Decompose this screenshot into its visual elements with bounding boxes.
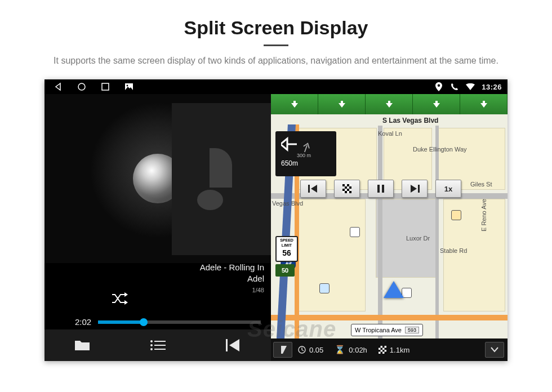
tbt-main-arrow-icon (281, 136, 297, 153)
svg-rect-16 (349, 186, 351, 189)
stop-icon (279, 346, 287, 354)
recent-apps-button[interactable] (97, 79, 113, 94)
folder-icon (74, 339, 90, 351)
device-frame: 13:26 Adele - Rolling In Adel 1/48 2:02 (44, 79, 508, 361)
svg-rect-7 (154, 345, 166, 346)
las-vegas-blvd-label: S Las Vegas Blvd (382, 117, 438, 124)
luxor-label: Luxor Dr (406, 235, 430, 242)
eta-time: 0.05 (309, 346, 323, 354)
current-street-name: W Tropicana Ave (355, 327, 402, 333)
lane-3 (366, 94, 413, 114)
location-icon (435, 82, 442, 91)
lane-5 (460, 94, 508, 114)
progress-row: 2:02 (75, 317, 261, 327)
nav-stop-button[interactable] (273, 342, 292, 358)
speed-limit-label1: SPEED (277, 238, 297, 242)
title-underline (264, 44, 288, 46)
svg-rect-28 (382, 346, 385, 348)
current-street-badge: 593 (405, 327, 419, 333)
home-button[interactable] (74, 79, 90, 94)
svg-rect-21 (377, 185, 380, 193)
vegas-blvd-label: Vegas Blvd (272, 200, 303, 207)
status-clock: 13:26 (482, 83, 502, 91)
speed-limit-sign: SPEED LIMIT 56 (275, 236, 298, 262)
svg-rect-1 (102, 83, 109, 90)
reno-label: E Reno Ave (480, 199, 487, 231)
player-bottom-bar (44, 329, 271, 361)
music-side-panel (172, 103, 271, 255)
remaining-distance: 1.1km (390, 346, 409, 354)
wifi-icon (466, 83, 475, 90)
back-button[interactable] (50, 79, 66, 94)
wifi-status-icon (465, 79, 476, 94)
lane-4 (413, 94, 460, 114)
location-status-icon (433, 79, 444, 94)
phone-icon (451, 83, 458, 91)
sim-stop-button[interactable] (334, 180, 360, 198)
gallery-notification[interactable] (121, 79, 137, 94)
poi-food-icon (451, 210, 461, 220)
music-app-pane: Adele - Rolling In Adel 1/48 2:02 (44, 94, 271, 361)
navigation-status-bar: 0.05 ⌛ 0:02h 1.1km (271, 338, 508, 361)
svg-rect-13 (342, 184, 345, 186)
svg-point-3 (127, 85, 128, 87)
phone-status-icon (449, 79, 460, 94)
elapsed-time: 2:02 (75, 317, 91, 327)
svg-point-8 (150, 348, 153, 350)
svg-rect-29 (380, 348, 382, 350)
map-canvas[interactable]: S Las Vegas Blvd Koval Ln Duke Ellington… (271, 114, 508, 338)
speed-limit-label2: LIMIT (277, 243, 297, 247)
playlist-icon (150, 340, 166, 351)
eta-duration: 0:02h (349, 346, 367, 354)
progress-bar[interactable] (98, 320, 261, 324)
track-index: 1/48 (200, 286, 264, 294)
svg-rect-19 (345, 191, 347, 193)
sim-next-button[interactable] (402, 180, 428, 198)
svg-rect-30 (384, 348, 386, 350)
music-note-icon (197, 148, 246, 210)
sim-speed-button[interactable]: 1x (435, 180, 461, 198)
navigation-app-pane: S Las Vegas Blvd Koval Ln Duke Ellington… (271, 94, 508, 361)
svg-rect-20 (349, 191, 351, 193)
lane-guidance-bar (271, 94, 508, 114)
pause-icon (377, 185, 385, 193)
poi-flag-icon (350, 227, 360, 237)
stable-label: Stable Rd (440, 247, 467, 254)
shuffle-button[interactable] (111, 292, 128, 305)
svg-point-4 (150, 340, 153, 342)
svg-rect-34 (384, 352, 386, 354)
eta-time-cell: 0.05 (292, 346, 329, 354)
track-info: Adele - Rolling In Adel 1/48 (200, 262, 264, 294)
current-street-sign: W Tropicana Ave 593 (351, 324, 423, 336)
nav-collapse-button[interactable] (485, 342, 504, 358)
svg-rect-24 (281, 346, 283, 354)
previous-track-button[interactable] (213, 329, 253, 361)
checkered-flag-icon (342, 184, 351, 193)
tbt-next-arrow-icon (302, 140, 311, 153)
duke-label: Duke Ellington Way (413, 146, 467, 153)
progress-thumb[interactable] (140, 318, 148, 326)
eta-duration-cell: ⌛ 0:02h (329, 345, 373, 355)
svg-rect-5 (154, 341, 166, 342)
folder-button[interactable] (63, 329, 102, 361)
lane-2 (318, 94, 366, 114)
hourglass-icon: ⌛ (335, 345, 345, 355)
svg-rect-22 (382, 185, 384, 193)
sim-previous-button[interactable] (300, 180, 326, 198)
page-subtitle: It supports the same screen display of t… (45, 54, 507, 67)
track-artist: Adel (200, 273, 264, 284)
route-shield: 50 (275, 264, 295, 277)
clock-icon (298, 346, 306, 354)
remaining-distance-cell: 1.1km (373, 346, 415, 354)
skip-next-icon (409, 185, 420, 193)
tbt-next-distance: 300 m (297, 153, 331, 158)
svg-rect-17 (342, 189, 345, 191)
previous-icon (226, 339, 241, 351)
speed-limit-value: 56 (277, 248, 297, 257)
android-status-bar: 13:26 (44, 79, 508, 94)
chevron-down-icon (491, 347, 498, 353)
sim-pause-button[interactable] (368, 180, 394, 198)
shuffle-icon (111, 292, 128, 305)
svg-rect-15 (345, 186, 347, 189)
playlist-button[interactable] (138, 329, 177, 361)
